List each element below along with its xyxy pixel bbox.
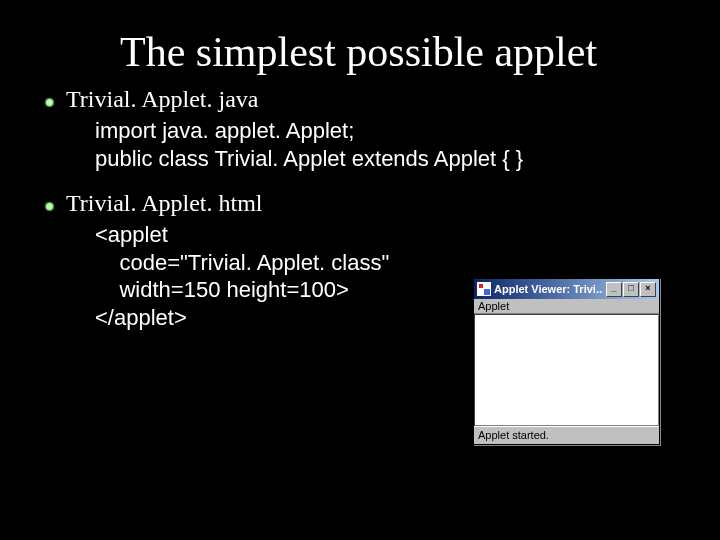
code-line: width=150 height=100> xyxy=(95,277,349,302)
bullet-java-file: Trivial. Applet. java xyxy=(45,86,720,113)
html-file-heading: Trivial. Applet. html xyxy=(66,190,262,217)
bullet-dot-icon xyxy=(45,202,54,211)
code-line: public class Trivial. Applet extends App… xyxy=(95,145,720,173)
close-button[interactable]: × xyxy=(640,282,656,297)
code-line: <applet xyxy=(95,222,168,247)
java-file-heading: Trivial. Applet. java xyxy=(66,86,258,113)
java-code-block: import java. applet. Applet; public clas… xyxy=(95,117,720,172)
code-line: code="Trivial. Applet. class" xyxy=(95,250,389,275)
slide-title: The simplest possible applet xyxy=(120,28,720,76)
menu-applet[interactable]: Applet xyxy=(478,300,509,312)
menubar: Applet xyxy=(474,299,659,314)
applet-viewer-window: Applet Viewer: Trivi... _ □ × Applet App… xyxy=(473,278,660,445)
code-line: </applet> xyxy=(95,305,187,330)
bullet-html-file: Trivial. Applet. html xyxy=(45,190,720,217)
java-icon xyxy=(477,282,491,296)
window-buttons: _ □ × xyxy=(606,282,656,297)
window-title: Applet Viewer: Trivi... xyxy=(494,283,603,295)
code-line: import java. applet. Applet; xyxy=(95,117,720,145)
status-bar: Applet started. xyxy=(474,426,659,444)
applet-client-area xyxy=(474,314,659,426)
maximize-button[interactable]: □ xyxy=(623,282,639,297)
window-titlebar[interactable]: Applet Viewer: Trivi... _ □ × xyxy=(474,279,659,299)
minimize-button[interactable]: _ xyxy=(606,282,622,297)
bullet-dot-icon xyxy=(45,98,54,107)
